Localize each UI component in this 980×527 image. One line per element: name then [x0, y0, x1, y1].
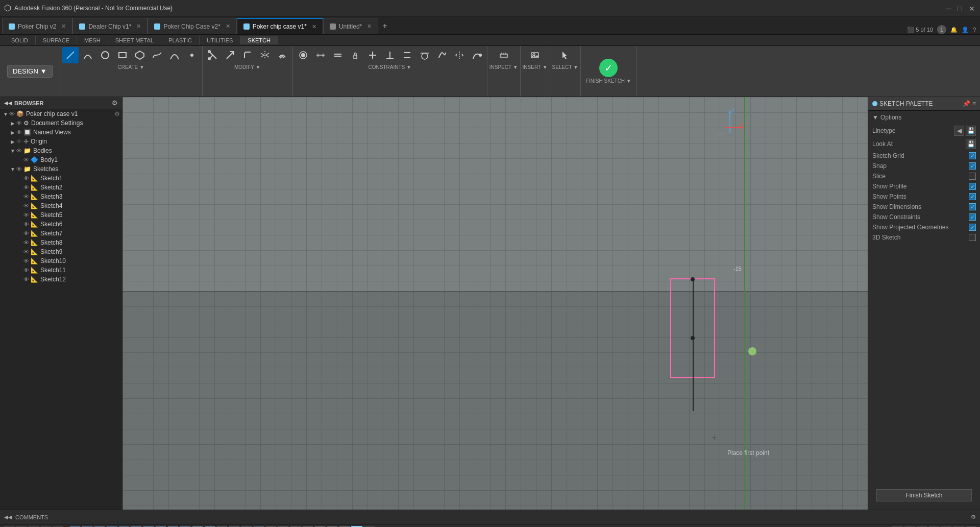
window-close[interactable]: ✕ [969, 5, 976, 12]
mode-solid[interactable]: SOLID [4, 36, 36, 44]
tree-eye-sketch11[interactable]: 👁 [23, 267, 29, 273]
sketch-grid-checkbox[interactable]: ✓ [969, 152, 976, 159]
trim-tool[interactable] [205, 47, 221, 63]
tab-close-untitled[interactable]: ✕ [367, 23, 372, 30]
comments-collapse-icon[interactable]: ◀◀ [4, 514, 12, 520]
snap-checkbox[interactable]: ✓ [969, 162, 976, 170]
tree-eye-sketch10[interactable]: 👁 [23, 258, 29, 264]
tab-close-poker-chip-case-v2[interactable]: ✕ [226, 23, 230, 30]
tab-close-poker-chip-v2[interactable]: ✕ [61, 23, 66, 30]
tree-eye-sketch1[interactable]: 👁 [23, 175, 29, 181]
tree-item-sketch11[interactable]: 👁 📐 Sketch11 [0, 266, 122, 275]
select-tool[interactable] [557, 47, 573, 63]
tree-item-sketch4[interactable]: 👁 📐 Sketch4 [0, 201, 122, 210]
tab-poker-chip-case-v1[interactable]: Poker chip case v1* ✕ [237, 18, 323, 34]
tree-item-sketch12[interactable]: 👁 📐 Sketch12 [0, 275, 122, 284]
tab-dealer-chip-v1[interactable]: Dealer Chip v1* ✕ [72, 18, 148, 34]
3d-sketch-checkbox[interactable] [969, 234, 976, 241]
arc-tool[interactable] [80, 47, 96, 63]
help-icon[interactable]: ? [973, 27, 976, 33]
tree-eye-body1[interactable]: 👁 [23, 157, 29, 163]
tree-item-sketches[interactable]: ▼ 👁 📁 Sketches [0, 164, 122, 174]
tab-close-dealer-chip-v1[interactable]: ✕ [136, 23, 141, 30]
circle-tool[interactable] [97, 47, 113, 63]
tree-eye-sketch6[interactable]: 👁 [23, 221, 29, 227]
tree-item-sketch9[interactable]: 👁 📐 Sketch9 [0, 247, 122, 256]
fix-constraint[interactable] [347, 47, 363, 63]
bell-icon[interactable]: 🔔 [950, 27, 958, 33]
tangent-constraint[interactable] [416, 47, 433, 63]
tree-eye-sketch12[interactable]: 👁 [23, 276, 29, 282]
linetype-prev-btn[interactable]: ◀ [954, 126, 964, 136]
window-maximize[interactable]: □ [958, 5, 965, 12]
tree-eye-named-views[interactable]: 👁 [16, 129, 22, 135]
tree-item-sketch10[interactable]: 👁 📐 Sketch10 [0, 256, 122, 266]
conic-curve-tool[interactable] [166, 47, 183, 63]
palette-options-header[interactable]: ▼ Options [872, 114, 976, 121]
horizontal-constraint[interactable] [364, 47, 381, 63]
tree-root-settings[interactable]: ⚙ [114, 110, 120, 117]
equal-constraint[interactable] [330, 47, 346, 63]
show-projected-checkbox[interactable]: ✓ [969, 224, 976, 231]
symmetric-constraint[interactable] [451, 47, 468, 63]
mode-utilities[interactable]: UTILITIES [200, 36, 240, 44]
browser-collapse-icon[interactable]: ◀◀ [4, 100, 12, 106]
smooth-constraint[interactable] [434, 47, 450, 63]
polygon-tool[interactable] [132, 47, 148, 63]
palette-pin-icon[interactable]: 📌 [963, 100, 970, 107]
spline-tool[interactable] [149, 47, 165, 63]
mode-surface[interactable]: SURFACE [36, 36, 77, 44]
show-points-checkbox[interactable]: ✓ [969, 193, 976, 200]
tree-item-named-views[interactable]: ▶ 👁 🔲 Named Views [0, 128, 122, 137]
collinear-constraint[interactable] [312, 47, 329, 63]
slice-checkbox[interactable] [969, 173, 976, 180]
comments-settings-icon[interactable]: ⚙ [971, 514, 976, 520]
design-button[interactable]: DESIGN ▼ [7, 65, 53, 78]
tree-item-sketch8[interactable]: 👁 📐 Sketch8 [0, 238, 122, 247]
tree-item-sketch3[interactable]: 👁 📐 Sketch3 [0, 192, 122, 201]
mode-sketch[interactable]: SKETCH [240, 36, 278, 44]
tree-root[interactable]: ▼ 👁 📦 Poker chip case v1 ⚙ [0, 109, 122, 118]
tree-eye-sketch9[interactable]: 👁 [23, 249, 29, 255]
fillet-tool[interactable] [239, 47, 256, 63]
palette-more-icon[interactable]: ≡ [972, 100, 976, 107]
finish-sketch-button[interactable]: ✓ FINISH SKETCH ▼ [581, 46, 637, 97]
tab-untitled[interactable]: Untitled* ✕ [323, 18, 378, 34]
tree-item-sketch2[interactable]: 👁 📐 Sketch2 [0, 183, 122, 192]
offset-tool[interactable] [274, 47, 290, 63]
linetype-save-btn[interactable]: 💾 [966, 126, 976, 136]
look-at-btn[interactable]: 💾 [966, 139, 976, 149]
tree-item-origin[interactable]: ▶ 👁 ✛ Origin [0, 137, 122, 146]
tree-eye-sketches[interactable]: 👁 [16, 166, 22, 172]
coincident-constraint[interactable] [295, 47, 311, 63]
tree-root-eye[interactable]: 👁 [9, 111, 15, 117]
rectangle-tool[interactable] [114, 47, 131, 63]
tree-eye-sketch4[interactable]: 👁 [23, 203, 29, 209]
tree-eye-sketch7[interactable]: 👁 [23, 230, 29, 236]
tree-item-doc-settings[interactable]: ▶ 👁 ⚙ Document Settings [0, 118, 122, 128]
tree-item-sketch1[interactable]: 👁 📐 Sketch1 [0, 174, 122, 183]
tree-eye-sketch5[interactable]: 👁 [23, 212, 29, 218]
tree-eye-sketch2[interactable]: 👁 [23, 184, 29, 190]
tree-eye-sketch3[interactable]: 👁 [23, 194, 29, 200]
tree-item-body1[interactable]: 👁 🔷 Body1 [0, 155, 122, 164]
tree-item-sketch7[interactable]: 👁 📐 Sketch7 [0, 229, 122, 238]
tree-eye-doc-settings[interactable]: 👁 [16, 120, 22, 126]
tab-poker-chip-case-v2[interactable]: Poker Chip Case v2* ✕ [148, 18, 236, 34]
tree-eye-sketch8[interactable]: 👁 [23, 239, 29, 246]
tab-add-button[interactable]: + [378, 18, 391, 34]
tree-eye-bodies[interactable]: 👁 [16, 148, 22, 154]
tree-item-bodies[interactable]: ▼ 👁 📁 Bodies [0, 146, 122, 155]
line-tool[interactable] [62, 47, 79, 63]
tree-item-sketch6[interactable]: 👁 📐 Sketch6 [0, 220, 122, 229]
show-dimensions-checkbox[interactable]: ✓ [969, 203, 976, 210]
window-minimize[interactable]: ─ [946, 5, 953, 12]
show-constraints-checkbox[interactable]: ✓ [969, 213, 976, 221]
curvature-constraint[interactable] [469, 47, 485, 63]
parallel-constraint[interactable] [399, 47, 415, 63]
user-icon[interactable]: 👤 [962, 27, 969, 33]
browser-settings-icon[interactable]: ⚙ [112, 99, 118, 107]
show-profile-checkbox[interactable]: ✓ [969, 183, 976, 190]
inspect-measure-tool[interactable] [496, 47, 512, 63]
tab-close-poker-chip-case-v1[interactable]: ✕ [312, 23, 316, 30]
